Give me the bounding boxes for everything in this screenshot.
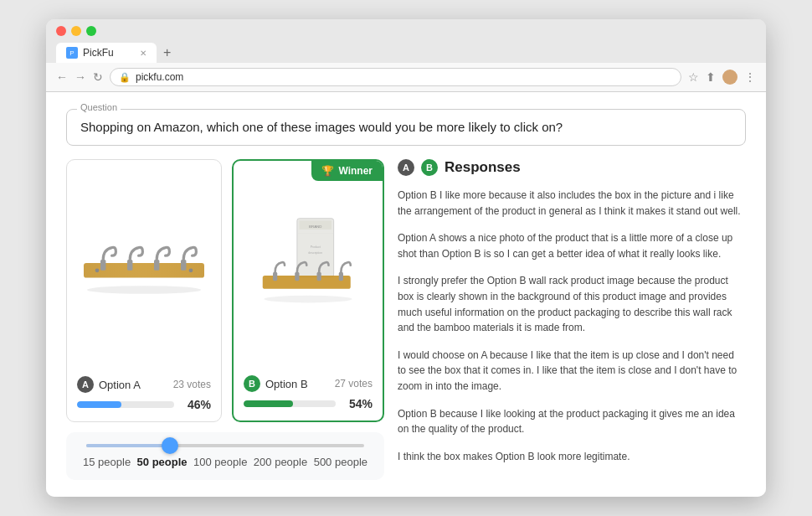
browser-tab[interactable]: P PickFu ✕ bbox=[56, 43, 157, 63]
address-actions: ☆ ⬆ ⋮ bbox=[688, 70, 756, 85]
tab-close-button[interactable]: ✕ bbox=[140, 49, 146, 58]
minimize-traffic-light[interactable] bbox=[71, 26, 81, 36]
option-a-progress-row: 46% bbox=[77, 398, 211, 411]
winner-label: Winner bbox=[338, 165, 373, 177]
slider-label-50: 50 people bbox=[137, 456, 188, 468]
slider-track bbox=[86, 444, 364, 447]
address-input[interactable]: 🔒 pickfu.com bbox=[110, 68, 681, 86]
option-b-name: Option B bbox=[265, 378, 308, 390]
svg-rect-18 bbox=[317, 272, 321, 281]
option-b-progress-fill bbox=[244, 400, 293, 407]
lock-icon: 🔒 bbox=[119, 72, 131, 83]
svg-rect-16 bbox=[273, 272, 277, 281]
browser-window: P PickFu ✕ + ← → ↻ 🔒 pickfu.com ☆ ⬆ ⋮ Qu… bbox=[46, 19, 766, 497]
svg-rect-2 bbox=[100, 260, 105, 271]
option-a-badge: A bbox=[77, 376, 94, 393]
browser-titlebar: P PickFu ✕ + bbox=[46, 19, 766, 63]
option-a-votes: 23 votes bbox=[173, 379, 211, 390]
options-panel: A Option A 23 votes 46% bbox=[66, 159, 384, 480]
url-text: pickfu.com bbox=[136, 71, 183, 83]
option-a-progress-bg bbox=[77, 401, 174, 408]
trophy-icon: 🏆 bbox=[321, 165, 334, 177]
svg-point-6 bbox=[95, 268, 100, 272]
svg-rect-5 bbox=[181, 260, 186, 271]
maximize-traffic-light[interactable] bbox=[86, 26, 96, 36]
menu-icon[interactable]: ⋮ bbox=[744, 70, 756, 84]
svg-text:description: description bbox=[308, 251, 322, 255]
product-b-svg: BRAND Product description bbox=[249, 211, 367, 328]
option-a-footer: A Option A 23 votes bbox=[77, 376, 211, 393]
option-a-percent: 46% bbox=[181, 398, 211, 411]
question-box: Question Shopping on Amazon, which one o… bbox=[66, 109, 746, 146]
tab-favicon: P bbox=[66, 47, 78, 59]
tab-title: PickFu bbox=[83, 47, 114, 59]
option-b-card: 🏆 Winner BRAND Product bbox=[232, 159, 384, 422]
responses-header: A B Responses bbox=[398, 159, 743, 176]
slider-track-container bbox=[83, 444, 367, 447]
traffic-lights bbox=[56, 26, 756, 36]
forward-button[interactable]: → bbox=[75, 70, 86, 84]
svg-rect-3 bbox=[127, 260, 132, 271]
address-bar: ← → ↻ 🔒 pickfu.com ☆ ⬆ ⋮ bbox=[46, 63, 766, 92]
response-4: I would choose on A because I like that … bbox=[398, 348, 743, 395]
options-row: A Option A 23 votes 46% bbox=[66, 159, 384, 422]
new-tab-button[interactable]: + bbox=[160, 45, 174, 60]
question-text: Shopping on Amazon, which one of these i… bbox=[80, 120, 563, 134]
slider-track-filled bbox=[86, 444, 170, 447]
slider-section: 15 people 50 people 100 people 200 peopl… bbox=[66, 432, 384, 480]
share-icon[interactable]: ⬆ bbox=[706, 70, 716, 84]
svg-text:BRAND: BRAND bbox=[309, 224, 321, 229]
slider-label-500: 500 people bbox=[314, 456, 367, 468]
svg-rect-19 bbox=[339, 272, 343, 281]
responses-badge-b: B bbox=[421, 159, 438, 176]
response-5: Option B because I like looking at the p… bbox=[398, 406, 743, 437]
slider-label-200: 200 people bbox=[254, 456, 307, 468]
option-b-votes: 27 votes bbox=[335, 378, 373, 390]
slider-label-15: 15 people bbox=[83, 456, 131, 468]
svg-text:Product: Product bbox=[311, 245, 321, 249]
option-a-card: A Option A 23 votes 46% bbox=[66, 159, 222, 422]
bookmark-icon[interactable]: ☆ bbox=[688, 70, 699, 84]
option-a-name: Option A bbox=[99, 379, 141, 391]
response-6: I think the box makes Option B look more… bbox=[398, 449, 743, 465]
response-3: I strongly prefer the Option B wall rack… bbox=[398, 273, 743, 335]
responses-badge-a: A bbox=[398, 159, 414, 176]
responses-panel: A B Responses Option B I like more becau… bbox=[398, 159, 746, 480]
slider-thumb[interactable] bbox=[162, 437, 178, 454]
question-label: Question bbox=[77, 102, 121, 112]
svg-rect-4 bbox=[154, 260, 159, 271]
response-1: Option B I like more because it also inc… bbox=[398, 188, 743, 219]
option-b-badge: B bbox=[244, 375, 260, 392]
slider-labels: 15 people 50 people 100 people 200 peopl… bbox=[83, 456, 367, 468]
svg-rect-17 bbox=[295, 272, 299, 281]
coat-rack-svg bbox=[77, 219, 211, 320]
main-area: A Option A 23 votes 46% bbox=[66, 159, 746, 480]
tabs-bar: P PickFu ✕ + bbox=[56, 43, 756, 63]
svg-point-8 bbox=[87, 286, 201, 294]
option-a-image bbox=[77, 170, 211, 369]
slider-label-100: 100 people bbox=[193, 456, 247, 468]
option-a-progress-fill bbox=[77, 401, 121, 408]
svg-point-20 bbox=[265, 296, 352, 303]
reload-button[interactable]: ↻ bbox=[93, 70, 103, 84]
page-content: Question Shopping on Amazon, which one o… bbox=[46, 92, 766, 497]
svg-point-7 bbox=[189, 268, 193, 272]
back-button[interactable]: ← bbox=[56, 70, 68, 84]
close-traffic-light[interactable] bbox=[56, 26, 66, 36]
responses-title: Responses bbox=[445, 159, 521, 176]
response-2: Option A shows a nice photo of the produ… bbox=[398, 230, 743, 261]
option-b-progress-bg bbox=[244, 400, 336, 407]
option-b-label: B Option B bbox=[244, 375, 308, 392]
winner-badge: 🏆 Winner bbox=[311, 161, 383, 181]
option-b-footer: B Option B 27 votes bbox=[244, 375, 373, 392]
avatar-icon[interactable] bbox=[722, 70, 737, 85]
option-b-progress-row: 54% bbox=[244, 397, 373, 410]
option-b-percent: 54% bbox=[342, 397, 373, 410]
option-a-label: A Option A bbox=[77, 376, 141, 393]
option-b-image: BRAND Product description bbox=[244, 171, 373, 369]
